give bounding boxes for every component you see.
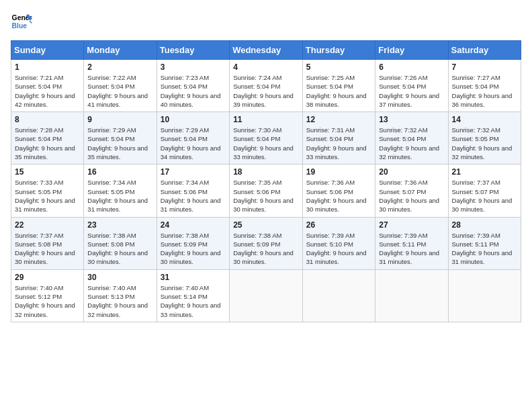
- day-number: 19: [306, 167, 371, 177]
- page-header: General Blue: [11, 11, 521, 32]
- header-row: SundayMondayTuesdayWednesdayThursdayFrid…: [11, 41, 521, 60]
- day-cell: 24Sunrise: 7:38 AM Sunset: 5:09 PM Dayli…: [157, 217, 229, 269]
- day-info: Sunrise: 7:33 AM Sunset: 5:05 PM Dayligh…: [15, 178, 80, 214]
- day-number: 1: [15, 62, 80, 72]
- day-cell: 30Sunrise: 7:40 AM Sunset: 5:13 PM Dayli…: [84, 269, 157, 322]
- day-cell: 7Sunrise: 7:27 AM Sunset: 5:04 PM Daylig…: [448, 60, 521, 112]
- svg-text:Blue: Blue: [12, 22, 28, 30]
- day-cell: 29Sunrise: 7:40 AM Sunset: 5:12 PM Dayli…: [11, 269, 84, 322]
- day-number: 25: [233, 220, 299, 230]
- day-number: 31: [161, 273, 226, 282]
- day-info: Sunrise: 7:36 AM Sunset: 5:06 PM Dayligh…: [306, 178, 371, 214]
- day-cell: 8Sunrise: 7:28 AM Sunset: 5:04 PM Daylig…: [11, 112, 84, 165]
- day-number: 2: [87, 62, 152, 72]
- day-header-monday: Monday: [84, 41, 157, 60]
- day-info: Sunrise: 7:22 AM Sunset: 5:04 PM Dayligh…: [87, 73, 152, 109]
- day-cell: 21Sunrise: 7:37 AM Sunset: 5:07 PM Dayli…: [448, 165, 521, 217]
- day-info: Sunrise: 7:30 AM Sunset: 5:04 PM Dayligh…: [233, 126, 299, 161]
- day-cell: 2Sunrise: 7:22 AM Sunset: 5:04 PM Daylig…: [84, 60, 157, 112]
- day-number: 28: [452, 220, 517, 230]
- day-cell: [302, 269, 375, 322]
- day-cell: 18Sunrise: 7:35 AM Sunset: 5:06 PM Dayli…: [230, 165, 303, 217]
- day-info: Sunrise: 7:29 AM Sunset: 5:04 PM Dayligh…: [161, 126, 226, 161]
- day-cell: 15Sunrise: 7:33 AM Sunset: 5:05 PM Dayli…: [11, 165, 84, 217]
- day-info: Sunrise: 7:40 AM Sunset: 5:13 PM Dayligh…: [87, 283, 152, 319]
- day-info: Sunrise: 7:37 AM Sunset: 5:07 PM Dayligh…: [452, 178, 517, 214]
- day-number: 18: [233, 167, 299, 177]
- day-header-friday: Friday: [375, 41, 448, 60]
- week-row-4: 29Sunrise: 7:40 AM Sunset: 5:12 PM Dayli…: [11, 269, 521, 322]
- day-info: Sunrise: 7:26 AM Sunset: 5:04 PM Dayligh…: [379, 73, 444, 109]
- day-cell: 11Sunrise: 7:30 AM Sunset: 5:04 PM Dayli…: [230, 112, 303, 165]
- logo: General Blue: [11, 11, 32, 32]
- day-number: 20: [379, 167, 444, 177]
- day-number: 27: [379, 220, 444, 230]
- day-number: 10: [161, 115, 226, 124]
- day-number: 11: [233, 115, 299, 124]
- calendar-table: SundayMondayTuesdayWednesdayThursdayFrid…: [11, 40, 521, 322]
- day-info: Sunrise: 7:21 AM Sunset: 5:04 PM Dayligh…: [15, 73, 80, 109]
- day-cell: 10Sunrise: 7:29 AM Sunset: 5:04 PM Dayli…: [157, 112, 229, 165]
- day-header-sunday: Sunday: [11, 41, 84, 60]
- day-info: Sunrise: 7:40 AM Sunset: 5:12 PM Dayligh…: [15, 283, 80, 319]
- day-number: 21: [452, 167, 517, 177]
- day-info: Sunrise: 7:32 AM Sunset: 5:04 PM Dayligh…: [379, 126, 444, 161]
- day-number: 29: [15, 273, 80, 282]
- day-number: 16: [87, 167, 152, 177]
- day-cell: 25Sunrise: 7:38 AM Sunset: 5:09 PM Dayli…: [230, 217, 303, 269]
- day-number: 3: [161, 62, 226, 72]
- day-info: Sunrise: 7:34 AM Sunset: 5:06 PM Dayligh…: [161, 178, 226, 214]
- week-row-2: 15Sunrise: 7:33 AM Sunset: 5:05 PM Dayli…: [11, 165, 521, 217]
- day-number: 15: [15, 167, 80, 177]
- day-cell: 14Sunrise: 7:32 AM Sunset: 5:05 PM Dayli…: [448, 112, 521, 165]
- day-header-saturday: Saturday: [448, 41, 521, 60]
- day-cell: 23Sunrise: 7:38 AM Sunset: 5:08 PM Dayli…: [84, 217, 157, 269]
- day-info: Sunrise: 7:24 AM Sunset: 5:04 PM Dayligh…: [233, 73, 299, 109]
- day-number: 7: [452, 62, 517, 72]
- day-info: Sunrise: 7:31 AM Sunset: 5:04 PM Dayligh…: [306, 126, 371, 161]
- day-cell: 22Sunrise: 7:37 AM Sunset: 5:08 PM Dayli…: [11, 217, 84, 269]
- day-cell: [448, 269, 521, 322]
- day-info: Sunrise: 7:40 AM Sunset: 5:14 PM Dayligh…: [161, 283, 226, 319]
- day-cell: [375, 269, 448, 322]
- day-info: Sunrise: 7:38 AM Sunset: 5:09 PM Dayligh…: [161, 231, 226, 267]
- week-row-3: 22Sunrise: 7:37 AM Sunset: 5:08 PM Dayli…: [11, 217, 521, 269]
- day-info: Sunrise: 7:23 AM Sunset: 5:04 PM Dayligh…: [161, 73, 226, 109]
- day-cell: 31Sunrise: 7:40 AM Sunset: 5:14 PM Dayli…: [157, 269, 229, 322]
- day-info: Sunrise: 7:27 AM Sunset: 5:04 PM Dayligh…: [452, 73, 517, 109]
- day-header-wednesday: Wednesday: [230, 41, 303, 60]
- day-cell: 16Sunrise: 7:34 AM Sunset: 5:05 PM Dayli…: [84, 165, 157, 217]
- day-cell: 13Sunrise: 7:32 AM Sunset: 5:04 PM Dayli…: [375, 112, 448, 165]
- day-info: Sunrise: 7:37 AM Sunset: 5:08 PM Dayligh…: [15, 231, 80, 267]
- day-cell: 26Sunrise: 7:39 AM Sunset: 5:10 PM Dayli…: [302, 217, 375, 269]
- day-cell: 17Sunrise: 7:34 AM Sunset: 5:06 PM Dayli…: [157, 165, 229, 217]
- day-cell: 28Sunrise: 7:39 AM Sunset: 5:11 PM Dayli…: [448, 217, 521, 269]
- day-number: 22: [15, 220, 80, 230]
- day-cell: 1Sunrise: 7:21 AM Sunset: 5:04 PM Daylig…: [11, 60, 84, 112]
- day-cell: 6Sunrise: 7:26 AM Sunset: 5:04 PM Daylig…: [375, 60, 448, 112]
- day-header-thursday: Thursday: [302, 41, 375, 60]
- day-cell: 27Sunrise: 7:39 AM Sunset: 5:11 PM Dayli…: [375, 217, 448, 269]
- day-cell: 20Sunrise: 7:36 AM Sunset: 5:07 PM Dayli…: [375, 165, 448, 217]
- day-number: 5: [306, 62, 371, 72]
- day-number: 14: [452, 115, 517, 124]
- day-number: 23: [87, 220, 152, 230]
- day-info: Sunrise: 7:34 AM Sunset: 5:05 PM Dayligh…: [87, 178, 152, 214]
- day-cell: 4Sunrise: 7:24 AM Sunset: 5:04 PM Daylig…: [230, 60, 303, 112]
- day-info: Sunrise: 7:36 AM Sunset: 5:07 PM Dayligh…: [379, 178, 444, 214]
- day-info: Sunrise: 7:39 AM Sunset: 5:11 PM Dayligh…: [452, 231, 517, 267]
- day-number: 17: [161, 167, 226, 177]
- day-info: Sunrise: 7:38 AM Sunset: 5:09 PM Dayligh…: [233, 231, 299, 267]
- day-number: 24: [161, 220, 226, 230]
- day-cell: 9Sunrise: 7:29 AM Sunset: 5:04 PM Daylig…: [84, 112, 157, 165]
- day-number: 12: [306, 115, 371, 124]
- day-number: 8: [15, 115, 80, 124]
- day-number: 6: [379, 62, 444, 72]
- day-info: Sunrise: 7:39 AM Sunset: 5:11 PM Dayligh…: [379, 231, 444, 267]
- day-info: Sunrise: 7:39 AM Sunset: 5:10 PM Dayligh…: [306, 231, 371, 267]
- day-cell: 3Sunrise: 7:23 AM Sunset: 5:04 PM Daylig…: [157, 60, 229, 112]
- day-info: Sunrise: 7:28 AM Sunset: 5:04 PM Dayligh…: [15, 126, 80, 161]
- day-info: Sunrise: 7:32 AM Sunset: 5:05 PM Dayligh…: [452, 126, 517, 161]
- logo-icon: General Blue: [11, 11, 32, 32]
- day-number: 30: [87, 273, 152, 282]
